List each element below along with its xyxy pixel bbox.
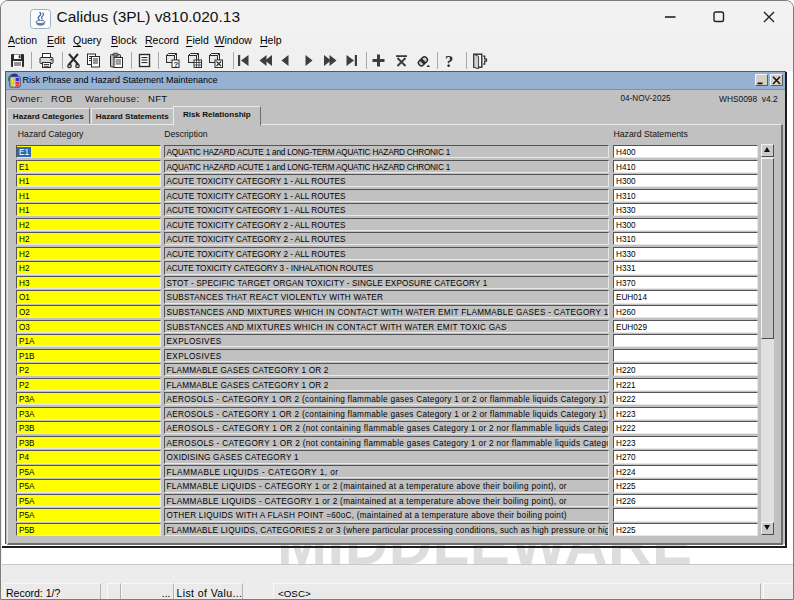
svg-text:?: ?: [445, 52, 453, 69]
svg-text:?: ?: [173, 60, 178, 69]
